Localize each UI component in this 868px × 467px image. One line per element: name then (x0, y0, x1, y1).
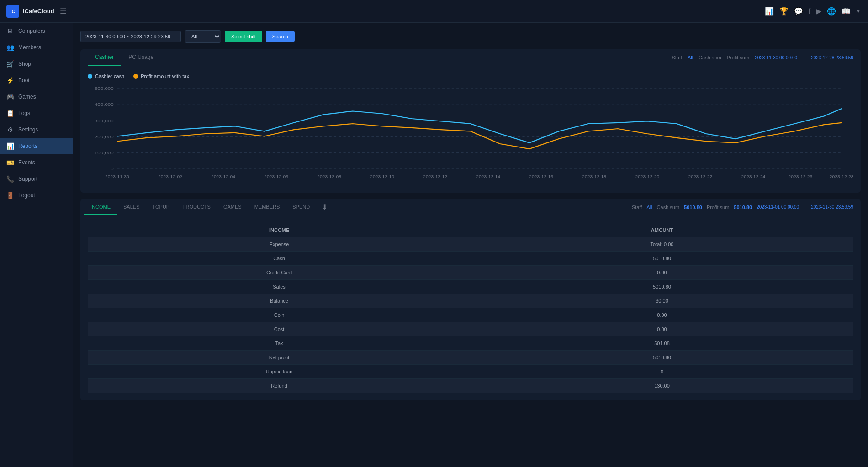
logout-icon: 🚪 (6, 192, 14, 199)
income-value: 5010.80 (471, 280, 853, 294)
tab-income[interactable]: INCOME (84, 199, 117, 215)
income-value: 30.00 (471, 294, 853, 308)
book-icon[interactable]: 📖 (842, 7, 851, 16)
svg-text:2023-12-04: 2023-12-04 (211, 174, 235, 179)
income-label: Cash (88, 252, 471, 265)
chart-section: Cashier PC Usage Staff All Cash sum Prof… (80, 49, 861, 193)
tab-pc-usage[interactable]: PC Usage (121, 49, 161, 66)
sidebar-item-games[interactable]: 🎮Games (0, 89, 73, 105)
income-value: 0 (471, 365, 853, 378)
sidebar-label-settings: Settings (18, 126, 38, 133)
shop-icon: 🛒 (6, 60, 14, 68)
tab-products[interactable]: PRODUCTS (176, 199, 217, 215)
income-value: 5010.80 (471, 252, 853, 265)
chart-profit-sum-label: Profit sum (727, 55, 750, 60)
filter-select[interactable]: All (185, 30, 221, 43)
tab-sales[interactable]: SALES (117, 199, 146, 215)
chat-icon[interactable]: 💬 (794, 7, 803, 16)
bt-date-from: 2023-11-01 00:00:00 (757, 205, 799, 210)
bt-cash-label: Cash sum (657, 205, 680, 210)
sidebar-label-shop: Shop (18, 61, 31, 67)
sidebar-item-members[interactable]: 👥Members (0, 39, 73, 56)
logs-icon: 📋 (6, 110, 14, 117)
table-row: Unpaid loan0 (88, 365, 853, 379)
legend-profit-tax: Profit amount with tax (133, 73, 189, 79)
table-row: Credit Card0.00 (88, 266, 853, 280)
date-range-input[interactable] (80, 31, 181, 42)
svg-text:400,000: 400,000 (95, 102, 114, 107)
search-button[interactable]: Search (266, 31, 295, 42)
facebook-icon[interactable]: f (809, 7, 810, 16)
sidebar-item-computers[interactable]: 🖥Computers (0, 23, 73, 39)
sidebar-item-logs[interactable]: 📋Logs (0, 105, 73, 121)
legend-cashier-cash: Cashier cash (88, 73, 124, 79)
dashboard-icon[interactable]: 📊 (765, 7, 774, 16)
tab-games[interactable]: GAMES (217, 199, 248, 215)
tab-members[interactable]: MEMBERS (248, 199, 286, 215)
sidebar-item-support[interactable]: 📞Support (0, 171, 73, 187)
nav-menu: 🖥Computers👥Members🛒Shop⚡Boot🎮Games📋Logs⚙… (0, 23, 73, 204)
tab-topup[interactable]: TOPUP (146, 199, 176, 215)
svg-text:2023-11-30: 2023-11-30 (105, 174, 129, 179)
svg-text:2023-12-12: 2023-12-12 (423, 174, 447, 179)
computers-icon: 🖥 (6, 27, 14, 35)
sidebar-item-shop[interactable]: 🛒Shop (0, 56, 73, 72)
income-label: Balance (88, 294, 471, 308)
col1-header: INCOME (88, 223, 471, 237)
svg-text:2023-12-28: 2023-12-28 (830, 174, 853, 179)
chart-staff-value: All (688, 55, 693, 60)
svg-text:2023-12-22: 2023-12-22 (688, 174, 712, 179)
support-icon: 📞 (6, 175, 14, 183)
profit-tax-dot (133, 74, 138, 79)
income-label: Cost (88, 322, 471, 336)
svg-text:2023-12-10: 2023-12-10 (370, 174, 394, 179)
download-icon[interactable]: ⬇ (316, 199, 333, 215)
svg-text:0: 0 (111, 166, 113, 171)
legend-profit-label: Profit amount with tax (141, 73, 189, 79)
filter-bar: All Select shift Search (80, 30, 861, 43)
bt-cash-value: 5010.80 (684, 205, 702, 210)
sidebar-item-boot[interactable]: ⚡Boot (0, 72, 73, 89)
col2-header: AMOUNT (471, 223, 853, 237)
topbar: 📊 🏆 💬 f ▶ 🌐 📖 ▼ (73, 0, 868, 23)
sidebar-label-computers: Computers (18, 28, 45, 34)
dropdown-arrow[interactable]: ▼ (856, 9, 861, 14)
income-value: Total: 0.00 (471, 237, 853, 251)
bt-staff-value: All (646, 205, 652, 210)
sidebar-item-settings[interactable]: ⚙Settings (0, 121, 73, 138)
logo-area: iC iCafeCloud ☰ (0, 0, 73, 23)
trophy-icon[interactable]: 🏆 (779, 7, 789, 16)
tab-cashier[interactable]: Cashier (88, 49, 121, 66)
sidebar-item-reports[interactable]: 📊Reports (0, 138, 73, 154)
logo-text: iCafeCloud (23, 8, 54, 15)
income-table-container: INCOME AMOUNT ExpenseTotal: 0.00Cash5010… (80, 215, 861, 400)
bt-date-to: 2023-11-30 23:59:59 (811, 205, 853, 210)
svg-text:2023-12-18: 2023-12-18 (582, 174, 606, 179)
income-value: 501.08 (471, 336, 853, 350)
logo-icon: iC (6, 5, 19, 18)
svg-text:300,000: 300,000 (95, 118, 114, 123)
content-area: All Select shift Search Cashier PC Usage… (73, 23, 868, 467)
sidebar-item-events[interactable]: 🎫Events (0, 154, 73, 171)
table-row: ExpenseTotal: 0.00 (88, 237, 853, 252)
income-label: Unpaid loan (88, 365, 471, 378)
settings-icon: ⚙ (6, 126, 14, 133)
sidebar-item-logout[interactable]: 🚪Logout (0, 187, 73, 204)
table-row: Cost0.00 (88, 322, 853, 336)
hamburger-menu[interactable]: ☰ (60, 7, 66, 16)
svg-text:100,000: 100,000 (95, 150, 114, 155)
members-icon: 👥 (6, 44, 14, 51)
select-shift-button[interactable]: Select shift (225, 31, 262, 42)
sidebar-label-boot: Boot (18, 77, 30, 84)
globe-icon[interactable]: 🌐 (827, 7, 836, 16)
bt-profit-label: Profit sum (707, 205, 730, 210)
tab-spend[interactable]: SPEND (286, 199, 316, 215)
sidebar-label-reports: Reports (18, 143, 37, 149)
svg-text:2023-12-02: 2023-12-02 (158, 174, 182, 179)
youtube-icon[interactable]: ▶ (816, 7, 821, 16)
chart-header-right: Staff All Cash sum Profit sum 2023-11-30… (672, 55, 853, 60)
income-value: 0.00 (471, 322, 853, 336)
chart-legend: Cashier cash Profit amount with tax (88, 73, 853, 79)
svg-text:2023-12-06: 2023-12-06 (264, 174, 288, 179)
income-label: Refund (88, 379, 471, 393)
